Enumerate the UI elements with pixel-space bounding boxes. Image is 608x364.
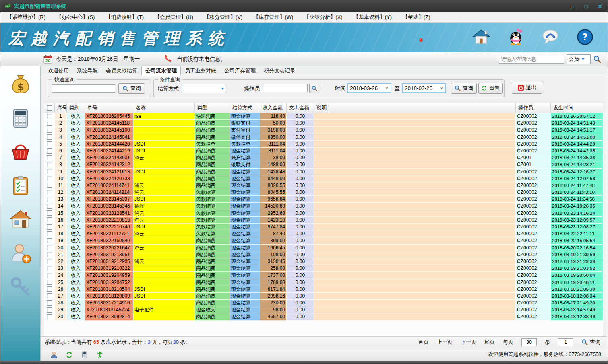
header-operator[interactable]: 操作员	[516, 103, 551, 113]
phone-bubble-icon[interactable]	[542, 28, 559, 46]
quick-query-button[interactable]: 查询	[118, 83, 145, 94]
member-search-input[interactable]	[499, 55, 564, 64]
row-checkbox[interactable]	[47, 307, 52, 313]
menu-member[interactable]: 【会员管理】(U)	[155, 14, 193, 21]
row-checkbox[interactable]	[47, 204, 52, 209]
header-description[interactable]: 说明	[314, 103, 516, 113]
header-order-no[interactable]: 单号	[85, 103, 133, 113]
row-checkbox[interactable]	[47, 224, 52, 230]
row-checkbox[interactable]	[47, 197, 52, 202]
table-row[interactable]: 15收入XF20180323123541鸿云欠款结算现金结算2952.600.0…	[44, 210, 603, 217]
row-checkbox[interactable]	[47, 121, 52, 126]
menu-system[interactable]: 【系统维护】(R)	[7, 14, 45, 21]
menu-cashier[interactable]: 【消费收银】(T)	[105, 14, 144, 21]
table-row[interactable]: 28收入XF20180317214910商品消费现金结算230.000.00CZ…	[44, 300, 603, 306]
header-name[interactable]: 名称	[133, 103, 195, 113]
search-category-select[interactable]: 会员	[567, 54, 591, 64]
close-button[interactable]: ✕	[596, 0, 604, 12]
calculator-small-icon[interactable]	[81, 351, 88, 358]
menu-office[interactable]: 【办公中心】(S)	[56, 14, 95, 21]
menu-inventory[interactable]: 【库存管理】(W)	[253, 14, 293, 21]
table-row[interactable]: 11收入XF20180324114741鸿云商品消费现金结算8026.550.0…	[44, 182, 603, 189]
checklist-icon[interactable]	[10, 175, 31, 197]
row-checkbox[interactable]	[47, 162, 52, 167]
header-income[interactable]: 收入金额	[260, 103, 287, 113]
settle-method-select[interactable]	[182, 84, 226, 93]
table-row[interactable]: 9收入XF20180324121618JSDI商品消费现金结算1428.480.…	[44, 169, 603, 175]
table-row[interactable]: 25收入XF20180319204752商品消费现金结算1789.000.00C…	[44, 279, 603, 286]
row-checkbox[interactable]	[47, 141, 52, 146]
table-row[interactable]: 14收入XF20180323145346德泽欠款结算现金结算14530.600.…	[44, 203, 603, 210]
per-page-input[interactable]	[521, 338, 537, 346]
table-row[interactable]: 3收入XF20180324145100商品消费支付宝付3198.000.00CZ…	[44, 127, 603, 134]
table-row[interactable]: 12收入XF20180324114214鸿云欠款结算现金结算8045.550.0…	[44, 189, 603, 196]
table-row[interactable]: 17收入XF20180322210740JSDI欠款结算现金结算9747.840…	[44, 224, 603, 230]
row-checkbox[interactable]	[47, 280, 52, 285]
quick-query-input[interactable]	[52, 84, 115, 93]
row-checkbox[interactable]	[47, 169, 52, 174]
tab-points-log[interactable]: 积分变动记录	[260, 66, 299, 76]
house-icon[interactable]	[10, 209, 31, 230]
row-checkbox[interactable]	[47, 293, 52, 298]
condition-query-button[interactable]: 查询	[451, 83, 477, 94]
table-row[interactable]: 4收入XF20180324145041商品消费微信支付6850.000.00CZ…	[44, 134, 603, 141]
tab-company-flow[interactable]: 公司流水管理	[141, 66, 181, 76]
person-icon[interactable]	[96, 351, 103, 358]
row-checkbox[interactable]	[47, 231, 52, 236]
maximize-button[interactable]: □	[583, 0, 590, 12]
row-checkbox[interactable]	[47, 155, 52, 160]
operator-input[interactable]	[263, 84, 308, 92]
table-row[interactable]: 21收入XF20180319213951商品消费现金结算108.000.00CZ…	[44, 251, 603, 258]
table-row[interactable]: 29收入XJ20180313145724电子配件现金收支现金结算98.000.0…	[44, 306, 603, 313]
search-icon[interactable]	[593, 55, 601, 63]
page-query-button[interactable]: 查询	[581, 339, 600, 346]
date-from-select[interactable]: 2018-03-26 ∨	[347, 83, 391, 93]
row-checkbox[interactable]	[47, 245, 52, 250]
shopping-basket-icon[interactable]	[10, 141, 31, 163]
row-checkbox[interactable]	[47, 128, 52, 133]
table-row[interactable]: 1收入XF20180326205445rse快速消费现金结算116.400.00…	[44, 113, 603, 120]
row-checkbox[interactable]	[47, 176, 52, 181]
table-row[interactable]: 26收入XF20180318210504JSDI商品消费现金结算6171.840…	[44, 286, 603, 293]
table-row[interactable]: 18收入XF20180321112721鸿云欠款结算现金结算87.400.00C…	[44, 230, 603, 237]
tab-staff-reconcile[interactable]: 员工业务对账	[181, 66, 220, 76]
table-row[interactable]: 19收入XF20180322150540商品消费现金结算308.000.00CZ…	[44, 237, 603, 244]
row-checkbox[interactable]	[47, 259, 52, 264]
header-settle-method[interactable]: 结算方式	[230, 103, 260, 113]
table-row[interactable]: 30收入XF20180313092814商品消费现金结算4657.000.00C…	[44, 313, 603, 320]
calculator-icon[interactable]	[10, 107, 31, 129]
row-checkbox[interactable]	[47, 266, 52, 271]
select-all-header[interactable]	[44, 103, 55, 113]
next-page-button[interactable]: 下一页	[461, 339, 476, 346]
header-index[interactable]: 序号	[55, 103, 67, 113]
first-page-button[interactable]: 首页	[418, 339, 429, 346]
table-row[interactable]: 6收入XF20180324144219JSDI商品消费现金结算8111.040.…	[44, 148, 603, 154]
table-row[interactable]: 27收入XF20180318120809JSDI商品消费现金结算2996.160…	[44, 293, 603, 300]
tab-system-nav[interactable]: 系统导航	[73, 66, 102, 76]
table-row[interactable]: 16收入XF20180322210813鸿云欠款结算现金结算1423.100.0…	[44, 217, 603, 224]
row-checkbox[interactable]	[47, 217, 52, 222]
header-type[interactable]: 类型	[195, 103, 230, 113]
table-row[interactable]: 20收入XF20180320221647鸿云商品消费现金结算1606.450.0…	[44, 245, 603, 251]
row-checkbox[interactable]	[47, 210, 52, 216]
menu-help[interactable]: 【帮助】(Z)	[403, 14, 430, 21]
prev-page-button[interactable]: 上一页	[437, 339, 453, 346]
minimize-button[interactable]: –	[569, 0, 576, 12]
table-row[interactable]: 23收入XF20180319210322商品消费现金结算258.000.00CZ…	[44, 265, 603, 272]
home-icon[interactable]	[472, 28, 490, 46]
reset-button[interactable]: 重置	[478, 83, 503, 94]
header-time[interactable]: 发生时间	[551, 103, 603, 113]
money-bag-icon[interactable]: $	[10, 74, 31, 95]
operator-search-button[interactable]	[309, 84, 319, 93]
last-page-button[interactable]: 尾页	[484, 339, 495, 346]
table-row[interactable]: 7收入XF20180324143501鸿云商品消费账户结算38.000.00CZ…	[44, 154, 603, 161]
tab-company-inventory[interactable]: 公司库存管理	[220, 66, 260, 76]
user-icon[interactable]	[50, 351, 58, 358]
table-row[interactable]: 8收入XF20180324142312商品消费银联支付1488.000.00CZ…	[44, 161, 603, 168]
row-checkbox[interactable]	[47, 148, 52, 154]
select-all-checkbox[interactable]	[47, 105, 52, 111]
refresh-icon[interactable]	[66, 351, 73, 358]
date-to-select[interactable]: 2018-03-26 ∨	[402, 83, 446, 93]
row-checkbox[interactable]	[47, 286, 52, 292]
key-icon[interactable]	[10, 276, 31, 298]
